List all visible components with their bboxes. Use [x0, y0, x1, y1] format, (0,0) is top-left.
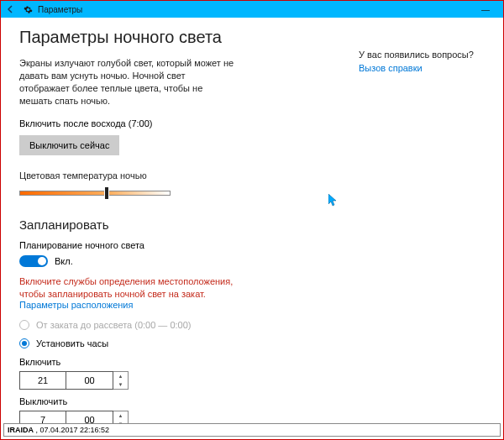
- radio-custom-hours-label[interactable]: Установить часы: [36, 338, 108, 348]
- turn-on-label: Включить: [19, 357, 333, 367]
- footer-user: IRAIDA: [8, 426, 34, 434]
- back-icon[interactable]: [6, 4, 16, 14]
- gear-icon: [23, 4, 33, 14]
- main-panel: Параметры ночного света Экраны излучают …: [19, 28, 359, 436]
- turn-off-label: Выключить: [19, 396, 333, 406]
- color-temp-slider[interactable]: [19, 186, 171, 201]
- schedule-toggle-label: Вкл.: [55, 256, 73, 266]
- location-settings-link[interactable]: Параметры расположения: [19, 300, 133, 310]
- schedule-header: Запланировать: [19, 217, 333, 232]
- turn-on-minute[interactable]: 00: [66, 371, 113, 390]
- turn-on-spinner[interactable]: ▲▼: [113, 371, 129, 390]
- location-warning: Включите службы определения местоположен…: [19, 275, 246, 300]
- schedule-toggle[interactable]: [19, 255, 48, 267]
- turn-on-hour[interactable]: 21: [19, 371, 66, 390]
- footer-bar: IRAIDA , 07.04.2017 22:16:52: [3, 423, 501, 437]
- help-link[interactable]: Вызов справки: [359, 63, 423, 73]
- radio-sunset: [19, 320, 29, 330]
- side-panel: У вас появились вопросы? Вызов справки: [359, 28, 485, 436]
- page-title: Параметры ночного света: [19, 28, 333, 47]
- questions-label: У вас появились вопросы?: [359, 50, 485, 60]
- footer-timestamp: 07.04.2017 22:16:52: [40, 426, 110, 434]
- turn-off-now-button[interactable]: Выключить сейчас: [19, 135, 119, 155]
- plan-label: Планирование ночного света: [19, 240, 333, 250]
- window-title: Параметры: [38, 5, 82, 14]
- after-sunrise-label: Включить после восхода (7:00): [19, 118, 333, 128]
- minimize-button[interactable]: —: [473, 5, 498, 14]
- title-bar: Параметры —: [1, 1, 503, 18]
- description-text: Экраны излучают голубой свет, который мо…: [19, 57, 238, 107]
- radio-sunset-label: От заката до рассвета (0:00 — 0:00): [36, 320, 191, 330]
- radio-custom-hours[interactable]: [19, 338, 29, 348]
- color-temp-label: Цветовая температура ночью: [19, 170, 333, 181]
